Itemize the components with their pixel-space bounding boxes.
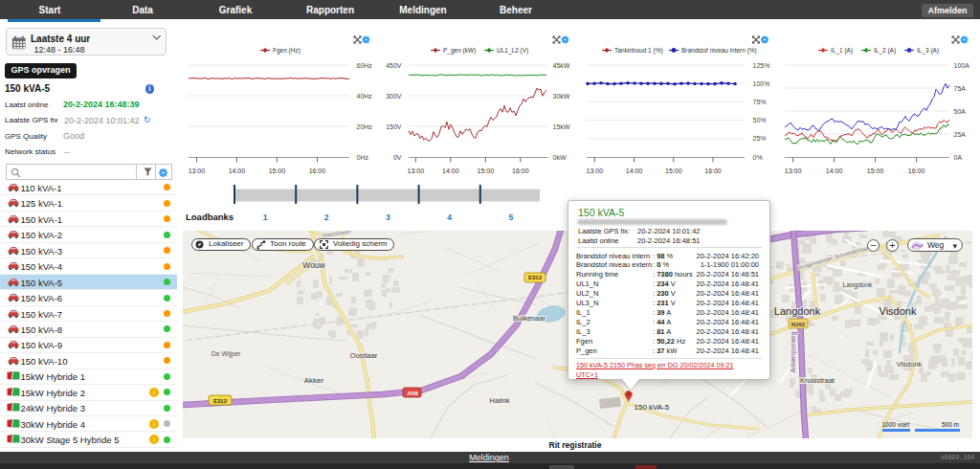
svg-text:Langdonk: Langdonk (843, 281, 873, 289)
svg-text:0A: 0A (954, 154, 963, 161)
svg-text:Oostlaar: Oostlaar (350, 351, 378, 360)
svg-text:16:00: 16:00 (309, 168, 326, 174)
svg-text:IL_2 (A): IL_2 (A) (874, 47, 896, 55)
svg-text:Kruisstraat: Kruisstraat (800, 376, 835, 385)
svg-text:25A: 25A (954, 131, 967, 138)
svg-text:50A: 50A (954, 108, 967, 115)
svg-text:15:00: 15:00 (478, 168, 495, 174)
svg-text:100A: 100A (954, 62, 970, 69)
svg-text:14:00: 14:00 (826, 168, 843, 174)
svg-text:25%: 25% (753, 135, 767, 142)
svg-text:30kW: 30kW (553, 93, 570, 100)
svg-text:100%: 100% (753, 80, 770, 87)
svg-text:1: 1 (263, 212, 268, 222)
svg-text:IL_3 (A): IL_3 (A) (917, 47, 939, 55)
svg-text:Loadbanks: Loadbanks (186, 212, 234, 222)
svg-text:15kW: 15kW (553, 123, 570, 130)
svg-text:Wouw: Wouw (302, 260, 325, 270)
svg-text:De Wijper: De Wijper (212, 350, 241, 358)
svg-text:P_gen (kW): P_gen (kW) (443, 47, 476, 55)
svg-text:A58: A58 (407, 391, 418, 396)
svg-text:Fgen (Hz): Fgen (Hz) (273, 47, 301, 55)
svg-text:UL1_L2 (V): UL1_L2 (V) (497, 47, 528, 55)
svg-text:16:00: 16:00 (704, 168, 722, 174)
svg-text:150V: 150V (386, 123, 402, 130)
svg-text:0V: 0V (393, 154, 402, 161)
svg-text:Visdonk: Visdonk (880, 305, 917, 317)
svg-text:15:00: 15:00 (665, 168, 682, 174)
svg-text:14:00: 14:00 (229, 168, 246, 174)
svg-text:0kW: 0kW (553, 154, 567, 161)
svg-text:IL_1 (A): IL_1 (A) (831, 47, 853, 55)
svg-text:13:00: 13:00 (587, 168, 604, 174)
svg-text:14:00: 14:00 (626, 168, 643, 174)
svg-text:450V: 450V (386, 62, 402, 69)
svg-text:13:00: 13:00 (189, 168, 206, 174)
svg-text:40Hz: 40Hz (357, 93, 373, 100)
svg-text:125%: 125% (753, 62, 770, 69)
svg-text:13:00: 13:00 (785, 168, 802, 174)
svg-text:Brandstof niveau intern (%): Brandstof niveau intern (%) (681, 47, 757, 55)
svg-text:Haiink: Haiink (490, 396, 510, 405)
svg-text:14:00: 14:00 (442, 168, 459, 174)
svg-text:13:00: 13:00 (408, 168, 425, 174)
svg-text:Langdonk: Langdonk (774, 305, 821, 317)
svg-text:16:00: 16:00 (908, 168, 925, 174)
svg-text:4: 4 (447, 212, 452, 222)
svg-text:2: 2 (324, 212, 329, 222)
svg-text:3: 3 (386, 212, 390, 222)
svg-text:45kW: 45kW (553, 62, 570, 69)
svg-text:0%: 0% (753, 154, 763, 161)
svg-text:50%: 50% (753, 117, 767, 123)
svg-text:Akker: Akker (304, 376, 324, 385)
svg-text:E312: E312 (528, 275, 543, 280)
svg-text:Tankinhoud 1 (%): Tankinhoud 1 (%) (614, 47, 663, 55)
svg-text:300V: 300V (386, 93, 402, 100)
svg-text:75A: 75A (954, 85, 967, 92)
svg-text:Antwerpseweg: Antwerpseweg (790, 331, 797, 372)
svg-text:75%: 75% (753, 99, 767, 105)
svg-text:60Hz: 60Hz (357, 62, 373, 69)
svg-text:E312: E312 (213, 398, 228, 404)
svg-text:N262: N262 (791, 322, 806, 327)
svg-text:5: 5 (508, 212, 513, 222)
svg-text:0Hz: 0Hz (357, 154, 369, 161)
svg-text:Bulkenaar: Bulkenaar (513, 314, 546, 323)
svg-text:Visdonk: Visdonk (897, 360, 923, 368)
svg-text:15:00: 15:00 (269, 168, 286, 174)
svg-text:20Hz: 20Hz (357, 123, 373, 130)
svg-text:16:00: 16:00 (512, 168, 529, 174)
svg-text:15:00: 15:00 (867, 168, 884, 174)
